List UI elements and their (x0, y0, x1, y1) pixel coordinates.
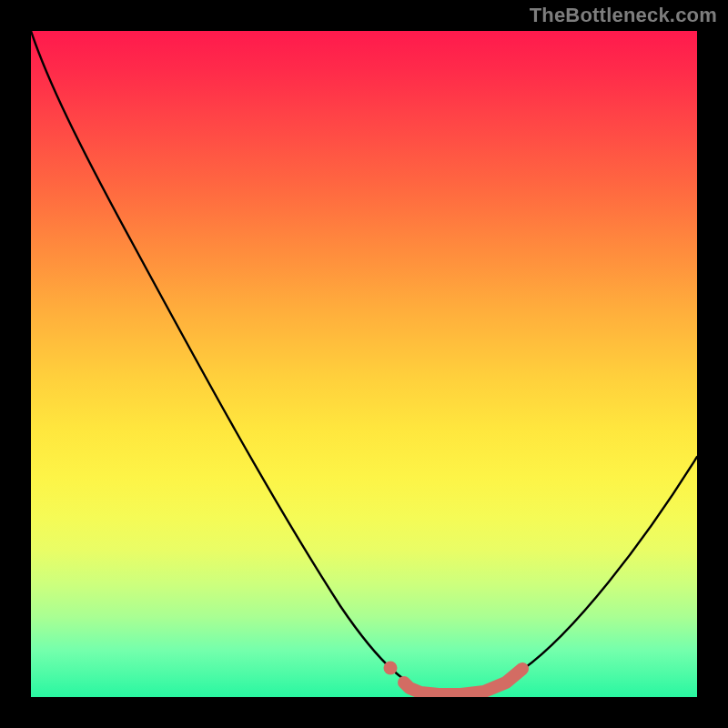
optimal-range-marker (404, 669, 522, 694)
bottleneck-curve-svg (31, 31, 697, 697)
bottleneck-curve (31, 31, 697, 693)
plot-area (31, 31, 697, 697)
chart-container: TheBottleneck.com (0, 0, 728, 728)
watermark-text: TheBottleneck.com (530, 4, 717, 27)
optimal-point-marker (384, 662, 398, 675)
